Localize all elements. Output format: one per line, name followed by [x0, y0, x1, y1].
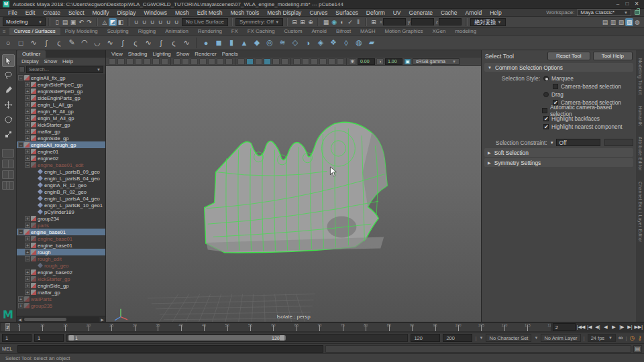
outliner-item[interactable]: +group234: [17, 215, 105, 222]
camera-attributes-icon[interactable]: [126, 58, 133, 65]
new-scene-icon[interactable]: ▯: [53, 18, 61, 26]
minimize-button[interactable]: –: [613, 1, 623, 7]
expand-toggle[interactable]: +: [25, 95, 30, 101]
nurbs-sphere-icon[interactable]: ●: [201, 38, 211, 48]
animation-start-field[interactable]: 1: [2, 334, 32, 342]
shaded-mode-icon[interactable]: [246, 58, 254, 65]
input-operations-icon[interactable]: ⊟: [290, 18, 299, 26]
detach-curves-icon[interactable]: ʃ: [117, 38, 128, 48]
select-tool[interactable]: [2, 54, 15, 67]
range-start-handle[interactable]: [69, 335, 74, 341]
outliner-item[interactable]: −engineAll_rough_gp: [17, 141, 105, 148]
shelf-tab-xgen[interactable]: XGen: [427, 27, 450, 35]
expand-toggle[interactable]: +: [25, 216, 30, 221]
field-chart-icon[interactable]: [208, 58, 215, 65]
checkbox-camera-based-selection[interactable]: [553, 84, 558, 89]
three-point-arc-icon[interactable]: ◠: [79, 38, 90, 48]
outliner-item[interactable]: +engine01: [17, 148, 105, 155]
expand-toggle[interactable]: +: [25, 156, 30, 161]
common-selection-options-header[interactable]: ▼ Common Selection Options: [484, 63, 633, 72]
render-current-frame-icon[interactable]: ◉: [330, 18, 338, 26]
expand-toggle[interactable]: +: [25, 236, 30, 241]
save-scene-icon[interactable]: ▣: [69, 18, 77, 26]
expand-toggle[interactable]: +: [25, 109, 30, 114]
command-line-label[interactable]: MEL: [2, 346, 15, 352]
close-button[interactable]: ✕: [632, 1, 641, 7]
workspace-select[interactable]: Maya Classic*▼: [577, 9, 631, 16]
loft-icon[interactable]: ≋: [277, 38, 288, 48]
render-view-icon[interactable]: ▦: [322, 18, 330, 26]
command-input[interactable]: [17, 345, 323, 353]
insert-knot-icon[interactable]: ς: [130, 38, 141, 48]
attach-curves-icon[interactable]: ∿: [105, 38, 115, 48]
prev-key-button[interactable]: |◀: [586, 324, 593, 331]
gate-mask-icon[interactable]: [199, 58, 207, 65]
rebuild-curve-icon[interactable]: ς: [168, 38, 179, 48]
expand-toggle[interactable]: +: [25, 102, 30, 107]
textured-mode-icon[interactable]: [255, 58, 262, 65]
outliner-item[interactable]: +engine_base02: [17, 269, 105, 276]
outliner-item[interactable]: engin_L_partsB_09_geo: [17, 168, 105, 175]
expand-toggle[interactable]: −: [18, 142, 23, 147]
channel-box-icon[interactable]: ▨: [625, 18, 633, 26]
outliner-item[interactable]: enginB_R_02_geo: [17, 188, 105, 195]
menu-mesh[interactable]: Mesh: [171, 9, 193, 16]
shelf-tab-poly-modeling[interactable]: Poly Modeling: [60, 27, 103, 35]
exposure-field[interactable]: 0.00: [358, 58, 375, 65]
tool-settings-icon[interactable]: ▧: [617, 18, 625, 26]
menu-mesh-tools[interactable]: Mesh Tools: [227, 9, 264, 16]
nurbs-cube-icon[interactable]: ◼: [213, 38, 224, 48]
isolate-select-icon[interactable]: [311, 58, 318, 65]
shelf-tab-rigging[interactable]: Rigging: [133, 27, 160, 35]
radio-marquee[interactable]: [543, 76, 549, 81]
viewport-menu-view[interactable]: View: [109, 50, 125, 58]
nurbs-cylinder-icon[interactable]: ▮: [226, 38, 237, 48]
current-time-field[interactable]: 2: [553, 323, 576, 331]
modeling-toolkit-icon[interactable]: ◍: [633, 18, 641, 26]
gamma-icon[interactable]: ◑: [376, 58, 384, 65]
expand-toggle[interactable]: +: [25, 276, 30, 282]
snap-curve-icon[interactable]: ∪: [140, 18, 148, 26]
nurbs-torus-icon[interactable]: ◎: [264, 38, 275, 48]
menu-edit[interactable]: Edit: [21, 9, 40, 16]
menu-generate[interactable]: Generate: [405, 9, 437, 16]
range-end-handle[interactable]: [280, 335, 284, 341]
cv-curve-tool-icon[interactable]: ∿: [28, 38, 39, 48]
outliner-tab[interactable]: Outliner: [17, 50, 46, 58]
next-key-button[interactable]: ▶|: [626, 324, 633, 331]
select-hierarchy-icon[interactable]: ◬: [101, 18, 109, 26]
shelf-tab-arnold[interactable]: Arnold: [307, 27, 331, 35]
xray-icon[interactable]: [319, 58, 327, 65]
timeline-playhead[interactable]: 2: [5, 323, 10, 331]
viewport-menu-lighting[interactable]: Lighting: [150, 50, 172, 58]
menu-create[interactable]: Create: [39, 9, 64, 16]
range-track[interactable]: 1 120: [66, 334, 408, 342]
attribute-editor-icon[interactable]: ▥: [609, 18, 617, 26]
select-camera-icon[interactable]: [109, 58, 116, 65]
resolution-gate-icon[interactable]: [191, 58, 198, 65]
bookmarks-icon[interactable]: [135, 58, 142, 65]
expand-toggle[interactable]: +: [25, 135, 30, 141]
outliner-item[interactable]: +rough: [17, 249, 105, 255]
menu-uv[interactable]: UV: [389, 9, 405, 16]
two-point-arc-icon[interactable]: ◡: [92, 38, 103, 48]
shelf-tab-bifrost[interactable]: Bifrost: [331, 27, 356, 35]
expand-toggle[interactable]: +: [25, 290, 30, 295]
outliner-item[interactable]: +wallParts: [17, 296, 105, 302]
layout-persp-outliner[interactable]: [2, 170, 14, 179]
anim-layer-select[interactable]: No Anim Layer: [541, 334, 580, 342]
layout-four-pane[interactable]: [2, 160, 14, 168]
fps-select[interactable]: 24 fps▼: [588, 334, 616, 342]
playback-start-field[interactable]: 1: [34, 334, 64, 342]
grid-coord-icon[interactable]: ⊞: [370, 18, 378, 26]
viewport-menu-show[interactable]: Show: [174, 50, 192, 58]
outliner-item[interactable]: +enginSide_gp: [17, 135, 105, 141]
checkbox-highlight-backfaces[interactable]: ✔: [543, 116, 549, 121]
wireframe-mode-icon[interactable]: [237, 58, 245, 65]
outliner-item[interactable]: +engine_base01: [17, 235, 105, 242]
checkbox-highlight-nearest-component[interactable]: ✔: [543, 124, 549, 129]
outliner-item[interactable]: engin_L_partsA_04_geo: [17, 195, 105, 202]
expand-toggle[interactable]: +: [25, 149, 30, 154]
output-operations-icon[interactable]: ⊞: [299, 18, 307, 26]
outliner-item[interactable]: engin_L_partsB_10_geo1: [17, 202, 105, 208]
